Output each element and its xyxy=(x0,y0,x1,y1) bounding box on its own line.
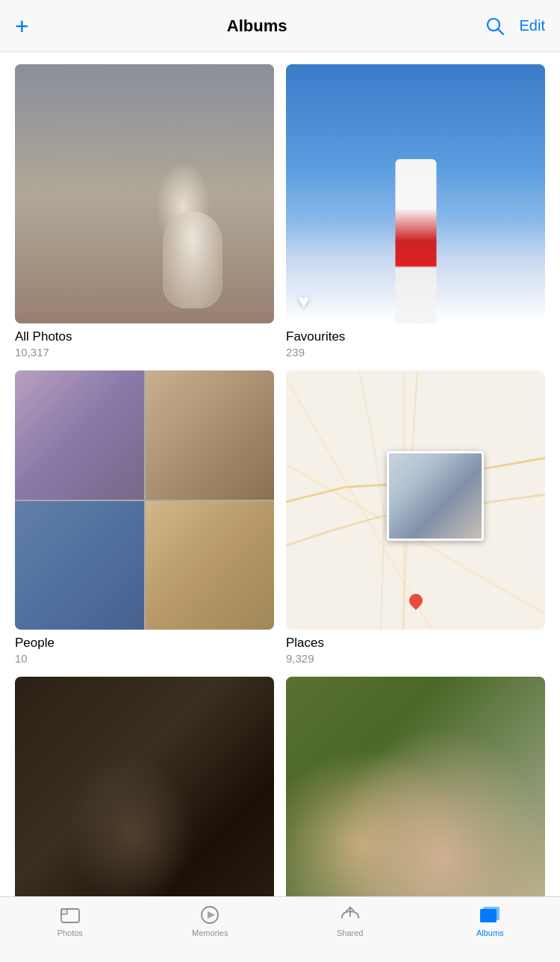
add-button[interactable]: + xyxy=(15,14,29,38)
album-thumb-people xyxy=(15,370,274,630)
album-count-all-photos: 10,317 xyxy=(15,346,274,359)
tab-albums-label: Albums xyxy=(476,928,504,937)
album-thumb-favourites: ♥ xyxy=(286,64,545,323)
svg-line-1 xyxy=(498,29,503,34)
map-photo xyxy=(387,451,484,541)
svg-marker-6 xyxy=(208,911,215,919)
album-thumb-group xyxy=(286,677,545,896)
tab-photos[interactable]: Photos xyxy=(0,904,140,937)
memories-icon xyxy=(199,904,221,925)
album-name-all-photos: All Photos xyxy=(15,329,274,344)
album-count-places: 9,329 xyxy=(286,652,545,665)
tab-photos-label: Photos xyxy=(57,928,83,937)
people-cell-3 xyxy=(15,501,144,630)
album-all-photos[interactable]: All Photos 10,317 xyxy=(15,64,274,359)
people-cell-2 xyxy=(146,370,275,500)
svg-rect-4 xyxy=(61,909,67,914)
albums-grid-container: All Photos 10,317 ♥ Favourites 239 Peopl… xyxy=(0,52,560,896)
app-header: + Albums Edit xyxy=(0,0,560,52)
photos-icon xyxy=(59,904,81,925)
tab-memories-label: Memories xyxy=(192,928,228,937)
people-cell-1 xyxy=(15,370,144,500)
album-thumb-all-photos xyxy=(15,64,274,323)
svg-rect-9 xyxy=(480,909,497,922)
tab-bar: Photos Memories Shared xyxy=(0,896,560,962)
search-icon[interactable] xyxy=(485,16,505,36)
page-title: Albums xyxy=(227,16,287,36)
album-count-people: 10 xyxy=(15,652,274,665)
tab-shared[interactable]: Shared xyxy=(280,904,420,937)
album-thumb-dark xyxy=(15,677,274,896)
header-actions: Edit xyxy=(485,16,545,36)
tab-shared-label: Shared xyxy=(337,928,363,937)
album-group[interactable] xyxy=(286,677,545,896)
album-dark[interactable] xyxy=(15,677,274,896)
dog-figure xyxy=(163,211,223,308)
tab-albums[interactable]: Albums xyxy=(420,904,561,937)
albums-icon xyxy=(479,904,501,925)
shared-icon xyxy=(339,904,361,925)
people-cell-4 xyxy=(146,501,275,630)
tab-memories[interactable]: Memories xyxy=(140,904,281,937)
album-name-places: Places xyxy=(286,636,545,651)
albums-grid: All Photos 10,317 ♥ Favourites 239 Peopl… xyxy=(15,64,545,896)
album-count-favourites: 239 xyxy=(286,346,545,359)
heart-icon: ♥ xyxy=(298,290,309,313)
album-name-people: People xyxy=(15,636,274,651)
album-people[interactable]: People 10 xyxy=(15,370,274,665)
album-thumb-places xyxy=(286,370,545,630)
album-favourites[interactable]: ♥ Favourites 239 xyxy=(286,64,545,359)
edit-button[interactable]: Edit xyxy=(520,17,545,34)
album-name-favourites: Favourites xyxy=(286,329,545,344)
album-places[interactable]: Places 9,329 xyxy=(286,370,545,665)
